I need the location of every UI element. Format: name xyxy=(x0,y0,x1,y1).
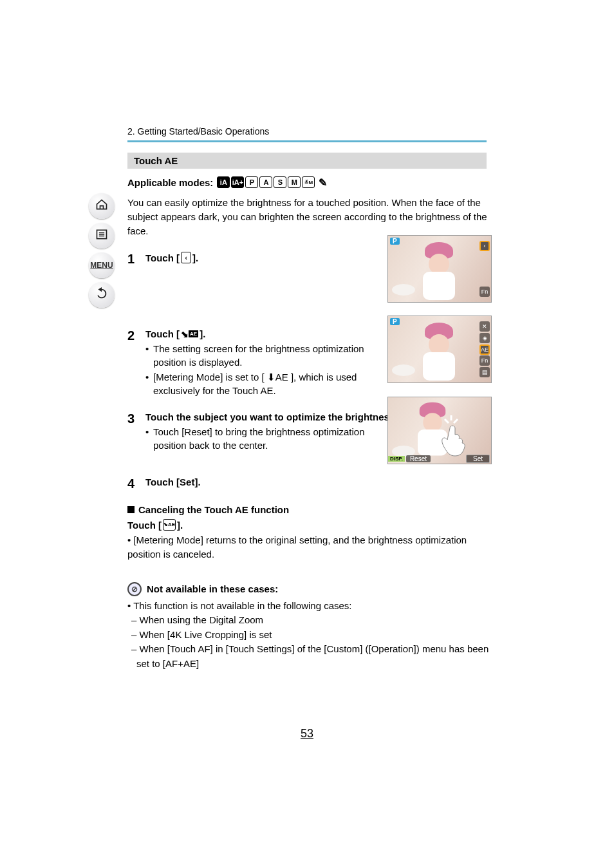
cancel-result: • [Metering Mode] returns to the origina… xyxy=(127,533,501,561)
step4-title: Touch [Set]. xyxy=(145,476,501,487)
cancel-post: ]. xyxy=(177,520,183,531)
step2-pre: Touch [ xyxy=(145,328,180,339)
mode-iaplus-icon: iA+ xyxy=(231,176,244,188)
step-number: 4 xyxy=(127,476,145,491)
applicable-modes-label: Applicable modes: xyxy=(127,177,213,188)
note-line: – When using the Digital Zoom xyxy=(127,613,501,628)
step2-bullet: The setting screen for the brightness op… xyxy=(145,342,377,369)
touch-tab-icon: ‹ xyxy=(181,252,191,263)
mode-ia-icon: iA xyxy=(217,176,230,188)
touch-ae-icon: AE xyxy=(479,344,490,355)
fn-icon: Fn xyxy=(479,287,490,297)
example-screenshot-2: P ✕ ◈ AE Fn ▤ xyxy=(387,316,492,383)
example-screenshot-1: P ‹ Fn xyxy=(387,235,492,303)
step2-bullet: [Metering Mode] is set to [ ⬇AE ], which… xyxy=(145,370,377,397)
list-icon xyxy=(95,228,108,244)
section-title: Touch AE xyxy=(127,153,487,169)
step-number: 2 xyxy=(127,328,145,399)
note-line: • This function is not available in the … xyxy=(127,599,501,614)
peaking-icon: ▤ xyxy=(479,367,490,377)
prohibit-icon: ⊘ xyxy=(127,582,142,596)
menu-label: MENU xyxy=(90,261,113,270)
nav-sidebar: MENU xyxy=(89,193,117,308)
touch-tab-icon: ‹ xyxy=(479,241,490,251)
intro-text: You can easily optimize the brightness f… xyxy=(127,196,496,238)
applicable-modes: Applicable modes: iA iA+ P A S M ≚M ✎ xyxy=(127,176,501,188)
cancel-pre: Touch [ xyxy=(127,520,162,531)
set-button[interactable]: Set xyxy=(466,455,490,463)
note-line: – When [Touch AF] in [Touch Settings] of… xyxy=(127,642,501,671)
cancel-heading-text: Canceling the Touch AE function xyxy=(138,504,289,515)
fn-icon: Fn xyxy=(479,355,490,366)
mode-movie-icon: ≚M xyxy=(302,176,315,188)
nav-back-button[interactable] xyxy=(89,282,115,308)
breadcrumb: 2. Getting Started/Basic Operations xyxy=(127,126,487,142)
step-number: 1 xyxy=(127,252,145,267)
home-icon xyxy=(95,198,108,214)
back-arrow-icon xyxy=(95,287,109,304)
p-mode-badge: P xyxy=(390,318,400,325)
step1-post: ]. xyxy=(192,252,198,263)
cancel-instruction: Touch [ ⬊AE ]. xyxy=(127,519,501,531)
p-mode-badge: P xyxy=(390,238,400,245)
not-available-heading: ⊘ Not available in these cases: xyxy=(127,582,501,596)
touch-ae-cancel-icon: ⬊AE xyxy=(163,519,176,531)
cancel-result-text: [Metering Mode] returns to the original … xyxy=(127,534,467,560)
touch-hand-icon xyxy=(437,413,478,458)
mode-m-icon: M xyxy=(288,176,301,188)
note-line: – When [4K Live Cropping] is set xyxy=(127,628,501,643)
touch-ae-icon: ⬊AE xyxy=(181,329,198,339)
touch-shutter-icon: ✕ xyxy=(479,321,490,332)
page-number[interactable]: 53 xyxy=(0,727,614,741)
mode-p-icon: P xyxy=(245,176,258,188)
not-available-list: • This function is not available in the … xyxy=(127,599,501,672)
mode-icons: iA iA+ P A S M ≚M ✎ xyxy=(217,176,329,188)
not-available-heading-text: Not available in these cases: xyxy=(147,583,278,594)
step3-bullet: Touch [Reset] to bring the brightness op… xyxy=(145,425,377,452)
nav-toc-button[interactable] xyxy=(89,223,115,249)
square-bullet-icon xyxy=(127,506,135,513)
example-screenshot-3: DISP. Reset Set xyxy=(387,397,492,464)
mode-custom-icon: ✎ xyxy=(316,176,329,188)
mode-s-icon: S xyxy=(274,176,286,188)
step1-pre: Touch [ xyxy=(145,252,180,263)
nav-home-button[interactable] xyxy=(89,193,115,219)
disp-button[interactable]: DISP. xyxy=(388,456,405,462)
reset-button[interactable]: Reset xyxy=(406,455,431,462)
cancel-heading: Canceling the Touch AE function xyxy=(127,504,501,515)
step2-post: ]. xyxy=(200,328,205,339)
mode-a-icon: A xyxy=(259,176,272,188)
step-number: 3 xyxy=(127,411,145,453)
nav-menu-button[interactable]: MENU xyxy=(89,252,115,278)
touch-af-icon: ◈ xyxy=(479,333,490,343)
